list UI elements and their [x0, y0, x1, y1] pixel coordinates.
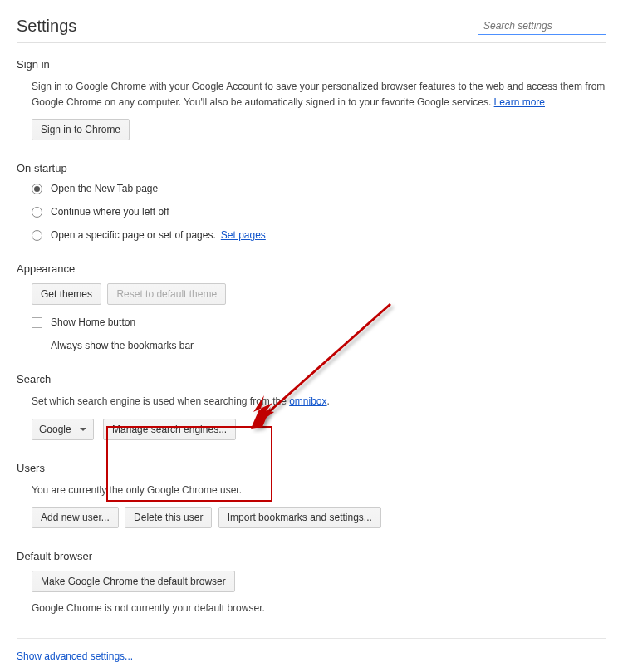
search-desc-prefix: Set which search engine is used when sea… [32, 395, 289, 407]
divider [17, 638, 606, 639]
search-engine-select[interactable]: Google [32, 419, 94, 440]
radio-specific[interactable]: Open a specific page or set of pages. Se… [32, 229, 606, 241]
users-title: Users [17, 462, 606, 474]
search-settings-input[interactable] [478, 17, 606, 35]
learn-more-link[interactable]: Learn more [494, 96, 545, 108]
search-title: Search [17, 373, 606, 385]
section-search: Search Set which search engine is used w… [17, 373, 606, 439]
checkbox-show-bookmarks[interactable]: Always show the bookmarks bar [32, 340, 606, 351]
users-desc: You are currently the only Google Chrome… [32, 483, 606, 498]
radio-icon [32, 207, 42, 218]
manage-search-engines-button[interactable]: Manage search engines... [103, 419, 236, 440]
default-browser-desc: Google Chrome is not currently your defa… [32, 601, 606, 616]
settings-page: Settings Sign in Sign in to Google Chrom… [17, 17, 606, 662]
signin-description: Sign in to Google Chrome with your Googl… [32, 79, 606, 110]
radio-newtab[interactable]: Open the New Tab page [32, 183, 606, 194]
search-desc-suffix: . [327, 395, 330, 407]
signin-button[interactable]: Sign in to Chrome [32, 119, 130, 140]
signin-title: Sign in [17, 58, 606, 71]
appearance-title: Appearance [17, 262, 606, 275]
radio-specific-label: Open a specific page or set of pages. [51, 229, 216, 241]
section-default-browser: Default browser Make Google Chrome the d… [17, 550, 606, 616]
radio-continue-label: Continue where you left off [51, 206, 169, 218]
set-pages-link[interactable]: Set pages [221, 229, 266, 241]
section-startup: On startup Open the New Tab page Continu… [17, 162, 606, 241]
chevron-down-icon [80, 428, 86, 431]
section-signin: Sign in Sign in to Google Chrome with yo… [17, 58, 606, 140]
search-engine-value: Google [39, 424, 71, 435]
search-description: Set which search engine is used when sea… [32, 394, 606, 410]
radio-continue[interactable]: Continue where you left off [32, 206, 606, 218]
checkbox-show-home[interactable]: Show Home button [32, 316, 606, 328]
delete-user-button[interactable]: Delete this user [125, 507, 212, 528]
page-title: Settings [17, 17, 76, 36]
make-default-browser-button[interactable]: Make Google Chrome the default browser [32, 571, 235, 592]
show-home-label: Show Home button [51, 316, 135, 328]
radio-icon [32, 230, 42, 241]
add-user-button[interactable]: Add new user... [32, 507, 119, 528]
checkbox-icon [32, 317, 42, 328]
reset-theme-button[interactable]: Reset to default theme [107, 283, 226, 305]
checkbox-icon [32, 341, 42, 351]
radio-icon [32, 184, 42, 194]
default-browser-title: Default browser [17, 550, 606, 562]
radio-newtab-label: Open the New Tab page [51, 183, 158, 194]
startup-title: On startup [17, 162, 606, 174]
section-users: Users You are currently the only Google … [17, 462, 606, 528]
get-themes-button[interactable]: Get themes [32, 283, 101, 305]
header: Settings [17, 17, 606, 43]
section-appearance: Appearance Get themes Reset to default t… [17, 262, 606, 351]
show-bookmarks-label: Always show the bookmarks bar [51, 340, 194, 351]
import-bookmarks-button[interactable]: Import bookmarks and settings... [218, 507, 381, 528]
show-advanced-link[interactable]: Show advanced settings... [17, 650, 133, 662]
omnibox-link[interactable]: omnibox [289, 395, 326, 407]
